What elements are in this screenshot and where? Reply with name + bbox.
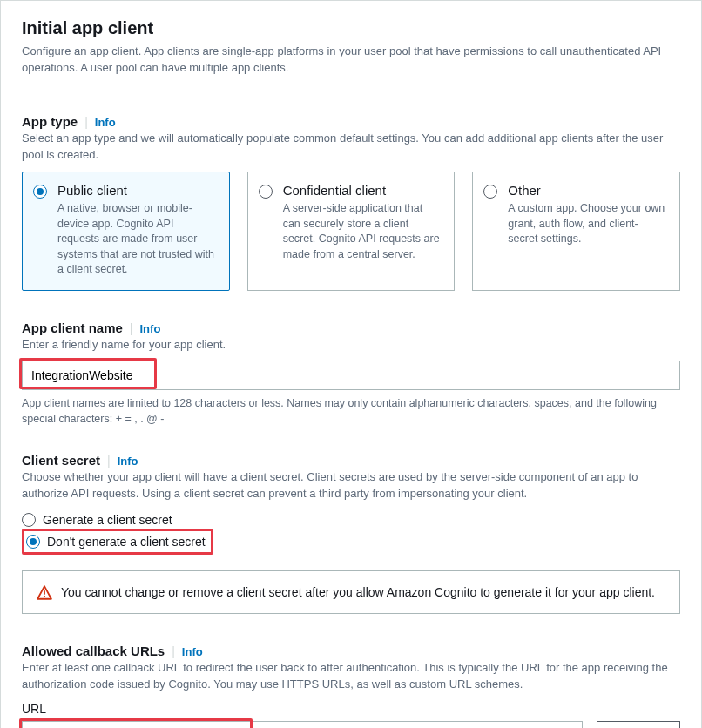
app-client-name-help: Enter a friendly name for your app clien… [22,337,680,354]
url-label: URL [22,702,680,716]
app-client-name-section: App client name | Info Enter a friendly … [1,305,701,430]
card-title: Public client [57,183,217,198]
radio-label: Don't generate a client secret [47,535,206,549]
card-desc: A server-side application that can secur… [283,201,442,262]
app-type-other[interactable]: Other A custom app. Choose your own gran… [472,172,680,291]
app-type-help: Select an app type and we will automatic… [22,131,680,164]
warning-icon [37,585,52,601]
radio-label: Generate a client secret [43,513,172,527]
highlight-box: Don't generate a client secret [22,529,213,555]
app-type-public-client[interactable]: Public client A native, browser or mobil… [22,172,230,291]
callback-urls-title: Allowed callback URLs [22,644,165,658]
app-client-name-constraints: App client names are limited to 128 char… [22,395,680,427]
card-desc: A native, browser or mobile-device app. … [57,201,217,278]
radio-icon [33,185,47,199]
client-secret-help: Choose whether your app client will have… [22,469,680,502]
app-client-name-title: App client name [22,320,123,335]
radio-icon [22,513,36,527]
app-client-name-input[interactable] [22,361,680,390]
card-title: Confidential client [283,183,442,198]
radio-generate-secret[interactable]: Generate a client secret [22,511,680,529]
app-type-section: App type | Info Select an app type and w… [1,98,701,305]
app-type-options: Public client A native, browser or mobil… [22,172,680,291]
callback-url-input[interactable] [22,721,583,728]
radio-icon [26,535,40,549]
card-desc: A custom app. Choose your own grant, aut… [508,201,667,247]
svg-rect-0 [44,590,45,595]
page-title: Initial app client [22,18,680,38]
card-title: Other [508,183,667,198]
callback-urls-help: Enter at least one callback URL to redir… [22,660,680,693]
panel-header: Initial app client Configure an app clie… [1,1,701,98]
remove-url-button[interactable]: Remove [597,721,680,728]
radio-icon [259,185,273,199]
info-link-client-secret[interactable]: Info [118,455,138,468]
info-link-app-type[interactable]: Info [95,116,116,129]
alert-text: You cannot change or remove a client sec… [61,583,655,601]
client-secret-title: Client secret [22,453,100,468]
initial-app-client-panel: Initial app client Configure an app clie… [0,0,702,728]
radio-dont-generate-secret[interactable]: Don't generate a client secret [26,533,206,550]
info-link-callback[interactable]: Info [182,645,203,658]
app-type-title: App type [22,114,78,129]
client-secret-alert: You cannot change or remove a client sec… [22,570,680,614]
info-link-client-name[interactable]: Info [140,322,161,335]
radio-icon [483,185,497,199]
page-description: Configure an app client. App clients are… [22,44,680,77]
app-type-confidential-client[interactable]: Confidential client A server-side applic… [247,172,456,291]
client-secret-section: Client secret | Info Choose whether your… [1,430,701,617]
callback-urls-section: Allowed callback URLs | Info Enter at le… [1,617,701,728]
svg-rect-1 [44,596,45,597]
